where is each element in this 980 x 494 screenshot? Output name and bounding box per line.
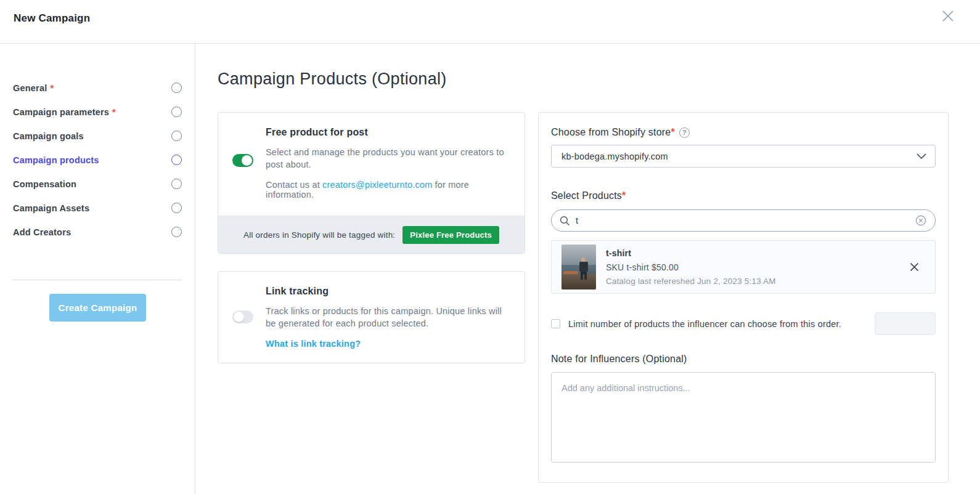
sidebar-divider: [13, 280, 182, 280]
limit-products-checkbox[interactable]: [551, 319, 560, 328]
store-field-label: Choose from Shopify store* ?: [551, 127, 936, 138]
link-tracking-title: Link tracking: [266, 286, 510, 297]
note-for-influencers-label: Note for Influencers (Optional): [551, 354, 936, 365]
page-title: Campaign Products (Optional): [218, 70, 980, 89]
link-tracking-toggle[interactable]: [232, 310, 253, 323]
store-select-value: kb-bodega.myshopify.com: [561, 152, 917, 161]
modal-header: New Campaign: [0, 0, 980, 44]
product-name: t-shirt: [606, 248, 776, 258]
product-catalog-refreshed: Catalog last refereshed Jun 2, 2023 5:13…: [606, 277, 776, 286]
required-asterisk: *: [671, 127, 674, 138]
sidebar-item-label: Campaign parameters: [13, 107, 109, 117]
clear-circle-icon: [915, 215, 926, 226]
required-asterisk: *: [50, 83, 54, 93]
limit-count-input[interactable]: [875, 312, 936, 335]
close-button[interactable]: [941, 9, 955, 25]
store-select[interactable]: kb-bodega.myshopify.com: [551, 145, 936, 168]
sidebar-item-label: General: [13, 83, 47, 93]
main-content: Campaign Products (Optional) Free produc…: [195, 44, 980, 494]
clear-search-button[interactable]: [915, 215, 926, 226]
sidebar-item-label: Campaign Assets: [13, 203, 89, 213]
limit-products-row: Limit number of products the influencer …: [551, 312, 936, 335]
sidebar-item-label: Compensation: [13, 179, 76, 189]
steps-sidebar: General* Campaign parameters* Campaign g…: [0, 44, 195, 494]
product-search-input[interactable]: [576, 216, 915, 225]
toggle-knob: [242, 155, 252, 166]
sidebar-item-compensation[interactable]: Compensation: [13, 172, 182, 196]
step-circle: [171, 107, 182, 117]
product-result-row: t-shirt SKU t-shirt $50.00 Catalog last …: [551, 240, 936, 294]
remove-product-button[interactable]: [910, 262, 919, 272]
pixlee-free-products-badge: Pixlee Free Products: [402, 226, 499, 244]
tag-footer-label: All orders in Shopify will be tagged wit…: [243, 230, 395, 240]
shopify-tag-footer: All orders in Shopify will be tagged wit…: [218, 216, 525, 253]
step-circle: [171, 227, 182, 237]
limit-products-label: Limit number of products the influencer …: [568, 319, 841, 329]
search-icon: [560, 216, 570, 226]
sidebar-item-add-creators[interactable]: Add Creators: [13, 220, 182, 244]
product-thumbnail: [561, 245, 596, 290]
free-product-toggle[interactable]: [232, 154, 253, 167]
remove-x-icon: [910, 262, 919, 272]
chevron-down-icon: [917, 153, 926, 160]
contact-line: Contact us atcreators@pixleeturnto.comfo…: [266, 180, 510, 200]
new-campaign-modal: New Campaign General* Campaign parameter…: [0, 0, 980, 494]
sidebar-item-campaign-assets[interactable]: Campaign Assets: [13, 196, 182, 220]
create-campaign-button[interactable]: Create Campaign: [49, 294, 146, 322]
sidebar-item-campaign-products[interactable]: Campaign products: [13, 148, 182, 172]
shopify-products-card: Choose from Shopify store* ? kb-bodega.m…: [538, 112, 949, 483]
step-circle: [171, 179, 182, 189]
sidebar-item-label: Add Creators: [13, 227, 71, 237]
product-search: [551, 209, 936, 232]
required-asterisk: *: [112, 107, 116, 117]
toggle-knob: [234, 312, 244, 322]
link-tracking-description: Track links or products for this campaig…: [266, 305, 510, 330]
free-product-title: Free product for post: [266, 127, 510, 138]
step-circle: [171, 155, 182, 165]
close-icon: [941, 9, 955, 23]
influencer-note-textarea[interactable]: [551, 372, 936, 463]
sidebar-item-label: Campaign products: [13, 155, 99, 165]
sidebar-item-campaign-parameters[interactable]: Campaign parameters*: [13, 100, 182, 124]
step-circle: [171, 131, 182, 141]
sidebar-item-label: Campaign goals: [13, 131, 84, 141]
link-tracking-card: Link tracking Track links or products fo…: [218, 271, 525, 363]
contact-prefix: Contact us at: [266, 180, 320, 190]
modal-title: New Campaign: [14, 11, 90, 25]
note-label-text: Note for Influencers (Optional): [551, 354, 687, 365]
sidebar-item-campaign-goals[interactable]: Campaign goals: [13, 124, 182, 148]
product-sku: SKU t-shirt $50.00: [606, 262, 776, 272]
required-asterisk: *: [622, 190, 626, 201]
free-product-description: Select and manage the products you want …: [266, 146, 510, 171]
contact-email-link[interactable]: creators@pixleeturnto.com: [322, 180, 432, 190]
step-circle: [171, 203, 182, 213]
step-circle: [171, 83, 182, 93]
select-products-label-text: Select Products: [551, 190, 622, 201]
free-product-card: Free product for post Select and manage …: [218, 112, 525, 254]
sidebar-item-general[interactable]: General*: [13, 76, 182, 100]
what-is-link-tracking-link[interactable]: What is link tracking?: [266, 339, 361, 349]
select-products-label: Select Products*: [551, 190, 936, 201]
store-label-text: Choose from Shopify store: [551, 127, 671, 138]
help-icon[interactable]: ?: [679, 128, 690, 138]
